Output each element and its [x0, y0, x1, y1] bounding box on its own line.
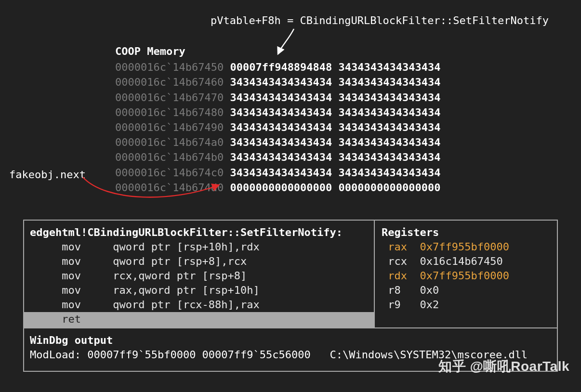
memory-row: 0000016c`14b67480 3434343434343434 34343…: [115, 105, 441, 120]
memory-row: 0000016c`14b674c0 3434343434343434 34343…: [115, 165, 441, 180]
memory-row: 0000016c`14b67490 3434343434343434 34343…: [115, 120, 441, 135]
annotation-vtable-label: pVtable+F8h = CBindingURLBlockFilter::Se…: [211, 14, 549, 26]
disassembly-ret-line: ret: [24, 312, 374, 327]
memory-value: 3434343434343434: [230, 91, 332, 104]
memory-address: 0000016c`14b67460: [115, 76, 224, 88]
register-name: rcx: [388, 255, 407, 267]
memory-row: 0000016c`14b674b0 3434343434343434 34343…: [115, 150, 441, 165]
disassembly-line: mov rcx,qword ptr [rsp+8]: [24, 269, 374, 283]
memory-value: 3434343434343434: [339, 61, 441, 73]
memory-address: 0000016c`14b67470: [115, 91, 224, 104]
memory-row: 0000016c`14b67470 3434343434343434 34343…: [115, 90, 441, 105]
register-name: r9: [388, 299, 401, 311]
register-value: 0x2: [420, 299, 439, 311]
watermark-text: 知乎 @嘶吼RoarTalk: [438, 357, 569, 376]
register-name: rdx: [388, 270, 407, 282]
memory-address: 0000016c`14b674b0: [115, 151, 224, 163]
windbg-output-title: WinDbg output: [30, 333, 551, 348]
memory-value: 3434343434343434: [339, 121, 441, 133]
registers-cell: Registers rax 0x7ff955bf0000 rcx 0x16c14…: [375, 221, 557, 327]
memory-value: 0000000000000000: [339, 182, 441, 194]
registers-title: Registers: [382, 225, 550, 240]
memory-address: 0000016c`14b67450: [115, 61, 224, 73]
register-row: rcx 0x16c14b67450: [382, 254, 550, 269]
memory-value: 3434343434343434: [339, 136, 441, 148]
memory-address: 0000016c`14b674d0: [115, 182, 224, 194]
memory-address: 0000016c`14b67490: [115, 121, 224, 133]
memory-value: 3434343434343434: [230, 76, 332, 88]
memory-value: 3434343434343434: [339, 76, 441, 88]
memory-value: 00007ff948894848: [230, 61, 332, 73]
memory-value: 0000000000000000: [230, 182, 332, 194]
memory-value: 3434343434343434: [339, 106, 441, 118]
memory-value: 3434343434343434: [339, 151, 441, 163]
register-value: 0x7ff955bf0000: [420, 241, 509, 253]
register-row: rax 0x7ff955bf0000: [382, 240, 550, 254]
memory-value: 3434343434343434: [230, 106, 332, 118]
memory-row: 0000016c`14b674d0 0000000000000000 00000…: [115, 180, 441, 195]
memory-row: 0000016c`14b67450 00007ff948894848 34343…: [115, 60, 441, 75]
disassembly-cell: edgehtml!CBindingURLBlockFilter::SetFilt…: [24, 221, 375, 327]
register-value: 0x0: [420, 284, 439, 296]
register-name: rax: [388, 241, 407, 253]
memory-address: 0000016c`14b67480: [115, 106, 224, 118]
memory-row: 0000016c`14b674a0 3434343434343434 34343…: [115, 135, 441, 150]
disassembly-line: mov qword ptr [rcx-88h],rax: [24, 298, 374, 312]
memory-value: 3434343434343434: [230, 151, 332, 163]
memory-value: 3434343434343434: [339, 91, 441, 104]
disassembly-title: edgehtml!CBindingURLBlockFilter::SetFilt…: [24, 221, 374, 240]
disassembly-line: mov qword ptr [rsp+10h],rdx: [24, 240, 374, 254]
register-value: 0x7ff955bf0000: [420, 270, 509, 282]
coop-memory-title: COOP Memory: [115, 44, 441, 59]
memory-address: 0000016c`14b674c0: [115, 167, 224, 179]
register-row: r9 0x2: [382, 298, 550, 312]
memory-value: 3434343434343434: [339, 167, 441, 179]
register-value: 0x16c14b67450: [420, 255, 503, 267]
annotation-fakeobj-label: fakeobj.next: [9, 169, 86, 181]
register-name: r8: [388, 284, 401, 296]
memory-address: 0000016c`14b674a0: [115, 136, 224, 148]
memory-value: 3434343434343434: [230, 136, 332, 148]
memory-row: 0000016c`14b67460 3434343434343434 34343…: [115, 75, 441, 90]
memory-value: 3434343434343434: [230, 121, 332, 133]
register-row: rdx 0x7ff955bf0000: [382, 269, 550, 283]
debugger-panel: edgehtml!CBindingURLBlockFilter::SetFilt…: [23, 220, 558, 372]
disassembly-line: mov rax,qword ptr [rsp+10h]: [24, 283, 374, 298]
disassembly-line: mov qword ptr [rsp+8],rcx: [24, 254, 374, 269]
register-row: r8 0x0: [382, 283, 550, 298]
coop-memory-block: COOP Memory 0000016c`14b67450 00007ff948…: [115, 44, 441, 195]
memory-value: 3434343434343434: [230, 167, 332, 179]
